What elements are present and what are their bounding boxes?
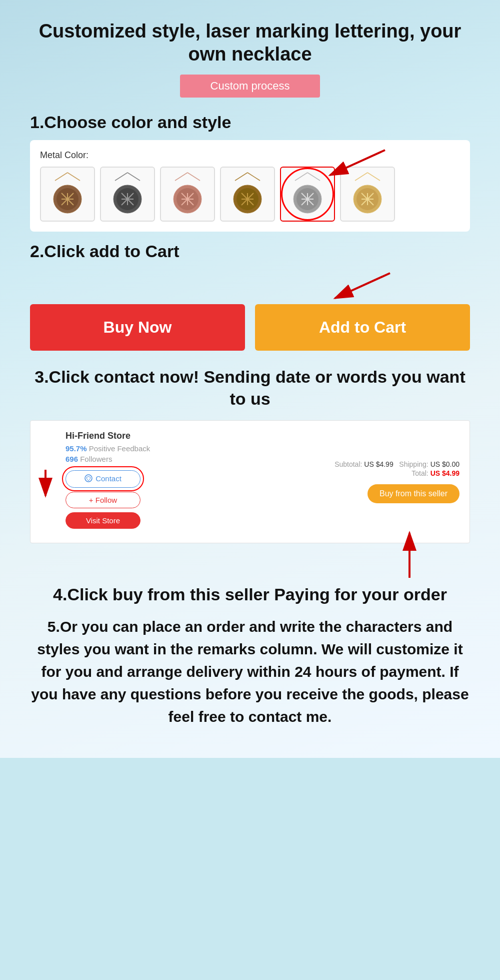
metal-color-label: Metal Color: — [40, 150, 460, 161]
step3-contact-arrow-icon — [36, 466, 86, 501]
page-title: Customized style, laser marking letterin… — [30, 15, 470, 66]
store-card: Hi-Friend Store 95.7% Positive Feedback … — [30, 420, 470, 544]
color-picker-box: Metal Color: — [30, 140, 470, 232]
feedback-label: Positive Feedback — [89, 444, 150, 453]
action-buttons: Buy Now Add to Cart — [30, 304, 470, 351]
necklace-icon-3 — [168, 172, 208, 217]
store-name: Hi-Friend Store — [66, 431, 258, 441]
followers-text: 696 Followers — [66, 455, 258, 463]
svg-line-34 — [295, 173, 308, 181]
svg-line-11 — [128, 173, 140, 181]
contact-icon — [84, 474, 92, 482]
buy-from-seller-button[interactable]: Buy from this seller — [368, 484, 460, 503]
step3-heading: 3.Click contact now! Sending date or wor… — [30, 366, 470, 410]
followers-label: Followers — [80, 455, 112, 463]
color-option-1[interactable] — [40, 167, 95, 222]
store-info-right: Subtotal: US $4.99 Shipping: US $0.00 To… — [268, 431, 460, 533]
step4-section: 4.Click buy from this seller Paying for … — [30, 583, 470, 605]
total-label: Total: — [412, 469, 428, 477]
add-to-cart-button[interactable]: Add to Cart — [255, 304, 470, 351]
svg-line-1 — [330, 150, 385, 175]
step2-section: 2.Click add to Cart Buy Now Add to Cart — [30, 242, 470, 351]
svg-line-3 — [68, 173, 80, 181]
svg-line-2 — [55, 173, 68, 181]
svg-line-10 — [115, 173, 128, 181]
custom-process-button[interactable]: Custom process — [180, 75, 320, 98]
step1-arrow-icon — [315, 145, 395, 180]
step1-section: 1.Choose color and style Metal Color: — [30, 113, 470, 232]
necklace-icon-2 — [108, 172, 148, 217]
buy-now-button[interactable]: Buy Now — [30, 304, 245, 351]
step4-heading: 4.Click buy from this seller Paying for … — [30, 583, 470, 605]
feedback-pct: 95.7% — [66, 444, 87, 453]
step5-section: 5.Or you can place an order and write th… — [30, 615, 470, 728]
followers-num: 696 — [66, 455, 78, 463]
step2-heading: 2.Click add to Cart — [30, 242, 470, 261]
svg-line-18 — [175, 173, 188, 181]
feedback-text: 95.7% Positive Feedback — [66, 444, 258, 453]
contact-label: Contact — [96, 474, 122, 483]
step5-text: 5.Or you can place an order and write th… — [30, 615, 470, 728]
color-option-3[interactable] — [160, 167, 215, 222]
color-option-4[interactable] — [220, 167, 275, 222]
total-value: US $4.99 — [430, 469, 460, 477]
subtotal-value: US $4.99 — [364, 460, 393, 468]
svg-line-19 — [188, 173, 200, 181]
necklace-icon-4 — [228, 172, 268, 217]
necklace-icon-1 — [48, 172, 88, 217]
total-row: Total: US $4.99 — [412, 469, 460, 477]
subtotal-row: Subtotal: US $4.99 Shipping: US $0.00 — [334, 460, 460, 468]
shipping-label: Shipping: — [399, 460, 428, 468]
color-option-2[interactable] — [100, 167, 155, 222]
subtotal-label: Subtotal: — [334, 460, 362, 468]
visit-store-button[interactable]: Visit Store — [66, 512, 140, 529]
step2-arrow-icon — [310, 269, 400, 302]
svg-line-51 — [335, 273, 390, 298]
step3-seller-arrow-icon — [390, 528, 430, 583]
shipping-value: US $0.00 — [430, 460, 460, 468]
step1-heading: 1.Choose color and style — [30, 113, 470, 132]
step3-section: 3.Click contact now! Sending date or wor… — [30, 366, 470, 543]
svg-line-26 — [235, 173, 248, 181]
color-options — [40, 167, 460, 222]
svg-line-27 — [248, 173, 260, 181]
